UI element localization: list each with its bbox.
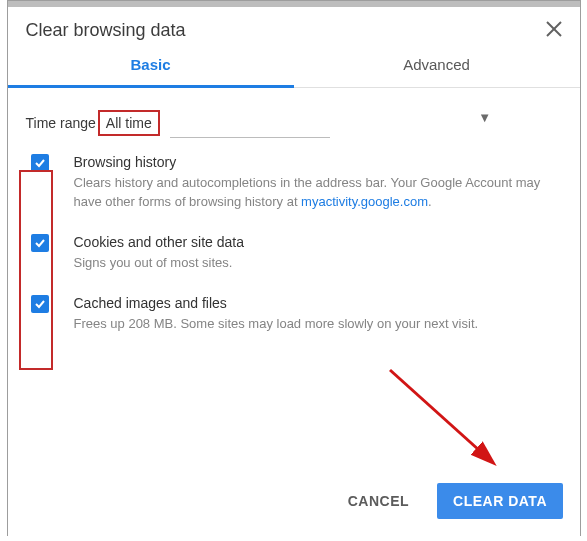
option-cache: Cached images and files Frees up 208 MB.… — [26, 295, 562, 334]
cancel-button[interactable]: CANCEL — [342, 492, 415, 510]
myactivity-link[interactable]: myactivity.google.com — [301, 194, 428, 209]
annotation-highlight-checkboxes — [19, 170, 53, 370]
annotation-highlight-timerange: All time — [98, 110, 160, 136]
dialog-actions: CANCEL CLEAR DATA — [342, 483, 563, 519]
option-cookies: Cookies and other site data Signs you ou… — [26, 234, 562, 273]
svg-line-2 — [390, 370, 490, 460]
time-range-value: All time — [106, 115, 152, 131]
chevron-down-icon: ▼ — [478, 110, 491, 125]
option-title: Cookies and other site data — [74, 234, 562, 250]
checkmark-icon — [35, 158, 45, 168]
annotation-arrow — [380, 365, 520, 485]
option-title: Cached images and files — [74, 295, 562, 311]
time-range-dropdown[interactable]: ▼ — [166, 114, 347, 132]
tab-basic[interactable]: Basic — [8, 56, 294, 88]
close-icon[interactable] — [546, 19, 562, 42]
option-description: Clears history and autocompletions in th… — [74, 174, 562, 212]
tab-bar: Basic Advanced — [8, 56, 580, 88]
clear-data-button[interactable]: CLEAR DATA — [437, 483, 563, 519]
time-range-label: Time range — [26, 115, 98, 131]
dialog-header: Clear browsing data — [8, 7, 580, 56]
option-description: Frees up 208 MB. Some sites may load mor… — [74, 315, 562, 334]
time-range-row: Time range All time ▼ — [8, 88, 580, 144]
option-description: Signs you out of most sites. — [74, 254, 562, 273]
dropdown-underline — [170, 137, 330, 138]
dialog-title: Clear browsing data — [26, 20, 546, 41]
clear-browsing-data-dialog: Clear browsing data Basic Advanced Time … — [7, 0, 581, 536]
options-list: Browsing history Clears history and auto… — [8, 144, 580, 333]
tab-advanced[interactable]: Advanced — [294, 56, 580, 87]
option-browsing-history: Browsing history Clears history and auto… — [26, 154, 562, 212]
option-desc-end: . — [428, 194, 432, 209]
option-title: Browsing history — [74, 154, 562, 170]
